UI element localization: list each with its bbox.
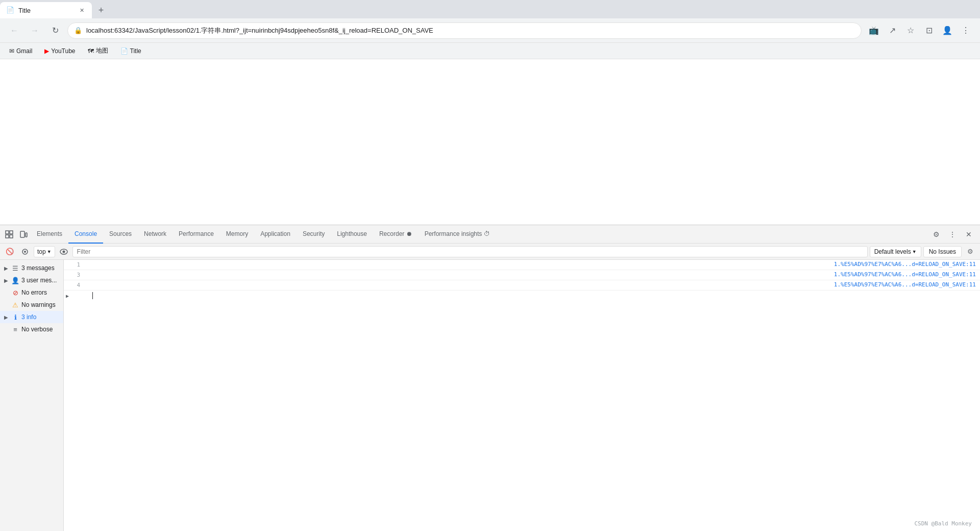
context-chevron-icon: ▼ — [47, 249, 52, 254]
tab-lighthouse[interactable]: Lighthouse — [331, 225, 373, 244]
sidebar-label: No warnings — [21, 301, 59, 308]
svg-rect-3 — [10, 235, 13, 238]
line-number: 1 — [64, 260, 84, 269]
sidebar-item-messages[interactable]: ▶ ☰ 3 messages — [0, 262, 63, 274]
browser-window: 📄 Title ✕ + ← → ↻ 🔒 localhost:63342/Java… — [0, 0, 980, 531]
tab-close-button[interactable]: ✕ — [78, 6, 86, 14]
attribution: CSDN @Bald Monkey — [914, 520, 972, 527]
tab-memory[interactable]: Memory — [220, 225, 254, 244]
sidebar-item-verbose[interactable]: ▶ ≡ No verbose — [0, 323, 63, 335]
sidebar-label: 3 messages — [21, 264, 59, 272]
address-bar: ← → ↻ 🔒 localhost:63342/JavaScript/lesso… — [0, 18, 980, 43]
default-levels-button[interactable]: Default levels ▼ — [870, 246, 921, 257]
share-icon[interactable]: ↗ — [884, 22, 900, 39]
bookmark-gmail[interactable]: ✉ Gmail — [6, 46, 35, 56]
browser-tab[interactable]: 📄 Title ✕ — [0, 2, 92, 18]
maps-favicon: 🗺 — [88, 47, 94, 55]
back-button[interactable]: ← — [6, 22, 22, 39]
console-clear-icon[interactable]: 🚫 — [3, 245, 16, 258]
bookmark-label: 地图 — [96, 46, 108, 55]
context-selector[interactable]: top ▼ — [34, 246, 55, 257]
no-issues-button[interactable]: No Issues — [923, 246, 962, 257]
source-link[interactable]: 1.%E5%AD%97%E7%AC%A6...d=RELOAD_ON_SAVE:… — [830, 280, 980, 289]
tab-security[interactable]: Security — [297, 225, 331, 244]
source-link[interactable]: 1.%E5%AD%97%E7%AC%A6...d=RELOAD_ON_SAVE:… — [830, 270, 980, 279]
devtools-device-icon[interactable] — [16, 227, 31, 242]
line-number: 4 — [64, 280, 84, 289]
user-icon: 👤 — [11, 276, 19, 284]
toolbar-icons: 📺 ↗ ☆ ⊡ 👤 ⋮ — [866, 22, 974, 39]
profile-icon[interactable]: 👤 — [939, 22, 955, 39]
title-favicon: 📄 — [120, 47, 128, 55]
browser-body: Elements Console Sources Network Perform… — [0, 59, 980, 531]
devtools-panel: Elements Console Sources Network Perform… — [0, 225, 980, 531]
bookmark-icon[interactable]: ☆ — [902, 22, 919, 39]
line-number: 3 — [64, 270, 84, 279]
eye-icon[interactable] — [57, 245, 70, 258]
line-content — [84, 270, 830, 272]
sidebar-item-errors[interactable]: ▶ ⊘ No errors — [0, 286, 63, 299]
url-bar[interactable]: 🔒 localhost:63342/JavaScript/lesson02/1.… — [67, 22, 862, 39]
devtools-settings-icon[interactable]: ⚙ — [929, 227, 943, 242]
console-right-controls: Default levels ▼ No Issues ⚙ — [870, 245, 977, 258]
sidebar-label: 3 info — [21, 313, 59, 321]
menu-icon[interactable]: ⋮ — [958, 22, 974, 39]
filter-input[interactable] — [72, 246, 868, 257]
source-link[interactable]: 1.%E5%AD%97%E7%AC%A6...d=RELOAD_ON_SAVE:… — [830, 260, 980, 269]
forward-button[interactable]: → — [27, 22, 43, 39]
sidebar-item-user-messages[interactable]: ▶ 👤 3 user mes... — [0, 274, 63, 286]
tab-performance-insights[interactable]: Performance insights ⏱ — [419, 225, 496, 244]
reload-button[interactable]: ↻ — [47, 22, 63, 39]
sidebar-item-warnings[interactable]: ▶ ⚠ No warnings — [0, 299, 63, 311]
console-input-line[interactable]: ▶ — [64, 291, 980, 301]
svg-rect-4 — [20, 231, 24, 237]
gmail-favicon: ✉ — [9, 47, 14, 55]
tab-performance[interactable]: Performance — [173, 225, 220, 244]
console-line-4: 4 1.%E5%AD%97%E7%AC%A6...d=RELOAD_ON_SAV… — [64, 280, 980, 291]
svg-point-7 — [24, 251, 26, 253]
bookmark-label: Title — [130, 47, 141, 55]
line-content — [84, 280, 830, 282]
tab-console[interactable]: Console — [68, 225, 103, 244]
info-icon: ℹ — [11, 313, 19, 321]
cast-icon[interactable]: 📺 — [866, 22, 882, 39]
sidebar-item-info[interactable]: ▶ ℹ 3 info — [0, 311, 63, 323]
chevron-icon: ▼ — [912, 249, 917, 254]
tab-favicon: 📄 — [6, 6, 14, 14]
sidebar-label: No verbose — [21, 326, 59, 333]
expand-arrow-icon: ▶ — [4, 315, 9, 320]
messages-icon: ☰ — [11, 264, 19, 272]
new-tab-button[interactable]: + — [94, 3, 108, 17]
devtools-more-icon[interactable]: ⋮ — [945, 227, 960, 242]
devtools-toolbar: Elements Console Sources Network Perform… — [0, 225, 980, 244]
sidebar-label: No errors — [21, 289, 59, 296]
tab-elements[interactable]: Elements — [31, 225, 68, 244]
split-screen-icon[interactable]: ⊡ — [921, 22, 937, 39]
svg-rect-5 — [26, 233, 27, 237]
svg-rect-0 — [6, 231, 9, 234]
console-output: 1 1.%E5%AD%97%E7%AC%A6...d=RELOAD_ON_SAV… — [64, 260, 980, 531]
sidebar-label: 3 user mes... — [21, 277, 59, 284]
console-filter-icon[interactable] — [18, 245, 32, 258]
svg-rect-2 — [6, 235, 9, 238]
tab-network[interactable]: Network — [138, 225, 173, 244]
console-settings-icon[interactable]: ⚙ — [964, 245, 977, 258]
bookmark-youtube[interactable]: ▶ YouTube — [41, 46, 78, 56]
devtools-close-icon[interactable]: ✕ — [962, 227, 976, 242]
line-content — [84, 260, 830, 262]
expand-arrow-icon: ▶ — [4, 266, 9, 271]
tab-application[interactable]: Application — [254, 225, 297, 244]
tab-sources[interactable]: Sources — [103, 225, 138, 244]
devtools-tabs: Elements Console Sources Network Perform… — [31, 225, 929, 244]
tab-recorder[interactable]: Recorder ⏺ — [373, 225, 419, 244]
devtools-inspect-icon[interactable] — [2, 227, 16, 242]
svg-rect-1 — [10, 231, 13, 234]
bookmark-label: YouTube — [51, 47, 75, 55]
lock-icon: 🔒 — [74, 27, 82, 34]
bookmark-maps[interactable]: 🗺 地图 — [85, 45, 111, 56]
devtools-toolbar-right: ⚙ ⋮ ✕ — [929, 227, 978, 242]
bookmark-title[interactable]: 📄 Title — [117, 46, 144, 56]
url-text: localhost:63342/JavaScript/lesson02/1.字符… — [86, 26, 855, 35]
console-sidebar: ▶ ☰ 3 messages ▶ 👤 3 user mes... ▶ ⊘ No … — [0, 260, 64, 531]
context-label: top — [37, 248, 46, 255]
